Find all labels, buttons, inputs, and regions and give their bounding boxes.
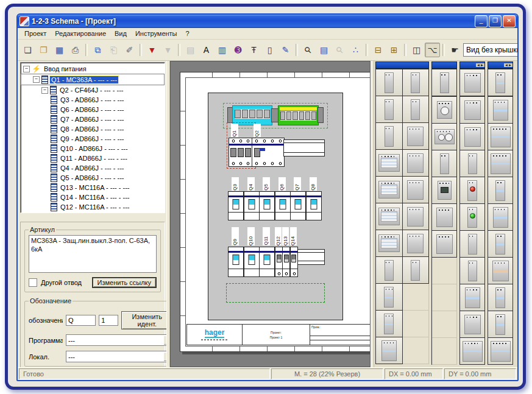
- designation-prefix-input[interactable]: Q: [66, 315, 96, 326]
- catalog-item[interactable]: [376, 203, 403, 230]
- menu-item[interactable]: Проект: [20, 29, 51, 38]
- breaker-unit[interactable]: [282, 247, 290, 277]
- catalog-item[interactable]: [488, 284, 513, 311]
- breaker-unit[interactable]: [275, 247, 283, 277]
- catalog-item[interactable]: [488, 311, 513, 338]
- catalog-item[interactable]: [488, 231, 513, 258]
- tree-item[interactable]: Q10 - AD866J - --- - ---: [21, 144, 165, 153]
- tree-item[interactable]: Q13 - MC116A - --- - ---: [21, 183, 165, 192]
- breaker-unit[interactable]: [290, 247, 298, 277]
- catalog-item[interactable]: [432, 231, 457, 258]
- catalog-item[interactable]: [376, 123, 403, 150]
- programma-select[interactable]: --- ▼: [66, 334, 173, 346]
- catalog-item[interactable]: [488, 150, 513, 177]
- catalog-item[interactable]: [403, 257, 430, 284]
- print-preview-button[interactable]: ▤: [316, 43, 332, 57]
- new-button[interactable]: ❏: [20, 43, 35, 57]
- catalog-item[interactable]: [376, 337, 403, 364]
- tree-item[interactable]: Q12 - MC116A - --- - ---: [21, 202, 165, 212]
- catalog-item[interactable]: [403, 150, 430, 177]
- tree-item[interactable]: Q4 - AD866J - --- - ---: [21, 163, 165, 173]
- tree-item[interactable]: −Q1 - MC363A - --- - ---: [21, 74, 165, 85]
- catalog-item[interactable]: [376, 96, 403, 123]
- catalog-item[interactable]: [460, 338, 485, 365]
- breaker-unit[interactable]: [259, 191, 275, 220]
- breaker-unit[interactable]: [244, 191, 260, 220]
- catalog-item[interactable]: [432, 124, 457, 150]
- change-ident-button[interactable]: Изменить идент.: [121, 311, 173, 329]
- menu-item[interactable]: Инструменты: [131, 29, 182, 38]
- catalog-item[interactable]: [488, 204, 513, 231]
- catalog-group-header[interactable]: ◄►: [459, 62, 485, 69]
- tree-item[interactable]: Q5 - AD866J - --- - ---: [21, 173, 165, 183]
- catalog-item[interactable]: [460, 311, 485, 338]
- open-button[interactable]: ❐: [36, 43, 51, 57]
- eraser-button[interactable]: ✐: [122, 43, 137, 57]
- other-branch-checkbox[interactable]: [29, 278, 37, 287]
- zoom-in-button[interactable]: ⚲: [300, 43, 316, 57]
- designation-number-input[interactable]: 1: [99, 315, 118, 326]
- attributes-cursor-button[interactable]: ☛: [447, 43, 463, 57]
- catalog-item[interactable]: [376, 311, 403, 337]
- menu-item[interactable]: Вид: [110, 29, 131, 38]
- catalog-item[interactable]: [376, 284, 403, 311]
- catalog-item[interactable]: [432, 69, 457, 96]
- breaker-unit[interactable]: [259, 247, 275, 277]
- tree-view-button[interactable]: ⌥: [425, 43, 440, 57]
- copy-button[interactable]: ⧉: [90, 43, 105, 57]
- view-mode-combobox[interactable]: Вид без крышки ▼: [463, 43, 519, 57]
- earth-terminal-strip[interactable]: [278, 105, 319, 125]
- catalog-item[interactable]: [488, 96, 513, 124]
- catalog-item[interactable]: [488, 124, 513, 150]
- breaker-unit[interactable]: [275, 191, 291, 220]
- breaker-unit[interactable]: [306, 191, 322, 220]
- breaker-unit[interactable]: [290, 191, 306, 220]
- menu-item[interactable]: Редактирование: [51, 29, 110, 38]
- tree-item[interactable]: Q6 - AD866J - --- - ---: [21, 105, 165, 114]
- breaker-unit[interactable]: [228, 247, 244, 277]
- numbering-button[interactable]: ➌: [230, 43, 246, 57]
- tree-item[interactable]: Q7 - AD866J - --- - ---: [21, 114, 165, 124]
- minimize-button[interactable]: _: [475, 15, 488, 27]
- catalog-item[interactable]: [460, 231, 485, 258]
- catalog-item[interactable]: [488, 338, 513, 365]
- catalog-group-header[interactable]: [431, 62, 457, 69]
- change-link-button[interactable]: Изменить ссылку: [92, 277, 157, 288]
- scale-button[interactable]: ∴: [348, 43, 363, 57]
- rcd-q2[interactable]: [252, 138, 285, 167]
- catalog-item[interactable]: [403, 69, 430, 96]
- catalog-item[interactable]: [376, 230, 403, 257]
- catalog-item[interactable]: [403, 203, 430, 230]
- breaker-unit[interactable]: [228, 191, 244, 220]
- catalog-book-button[interactable]: ▥: [215, 43, 230, 57]
- breaker-q1[interactable]: [229, 138, 253, 167]
- insert-device-button[interactable]: ▼: [144, 43, 160, 57]
- sheet-button[interactable]: ▯: [262, 43, 277, 57]
- catalog-item[interactable]: [376, 150, 403, 177]
- cell-minus-button[interactable]: ⊟: [371, 43, 386, 57]
- menu-item[interactable]: ?: [182, 29, 194, 38]
- tree-item[interactable]: Q8 - AD866J - --- - ---: [21, 124, 165, 134]
- catalog-item[interactable]: [460, 204, 485, 231]
- tree-expander[interactable]: −: [33, 76, 40, 83]
- tree-item[interactable]: Q11 - AD866J - --- - ---: [21, 153, 165, 163]
- maximize-button[interactable]: ❐: [489, 15, 502, 27]
- catalog-item[interactable]: [460, 69, 485, 96]
- catalog-item[interactable]: [460, 96, 485, 124]
- catalog-item[interactable]: [488, 258, 513, 284]
- cell-plus-button[interactable]: ⊞: [386, 43, 402, 57]
- catalog-item[interactable]: [488, 69, 513, 96]
- catalog-item[interactable]: [403, 96, 430, 123]
- text-button[interactable]: A: [199, 43, 214, 57]
- catalog-item[interactable]: [403, 230, 430, 257]
- tree-item[interactable]: −⚡Ввод питания: [21, 64, 165, 74]
- dimension-button[interactable]: Ŧ: [246, 43, 261, 57]
- lokal-select[interactable]: --- ▼: [66, 351, 173, 362]
- catalog-item[interactable]: [460, 284, 485, 311]
- catalog-item[interactable]: [460, 177, 485, 204]
- catalog-item[interactable]: [403, 177, 430, 203]
- catalog-item[interactable]: [460, 150, 485, 177]
- catalog-item[interactable]: [376, 177, 403, 203]
- catalog-item[interactable]: [432, 204, 457, 231]
- tree-item[interactable]: Q14 - MC116A - --- - ---: [21, 192, 165, 202]
